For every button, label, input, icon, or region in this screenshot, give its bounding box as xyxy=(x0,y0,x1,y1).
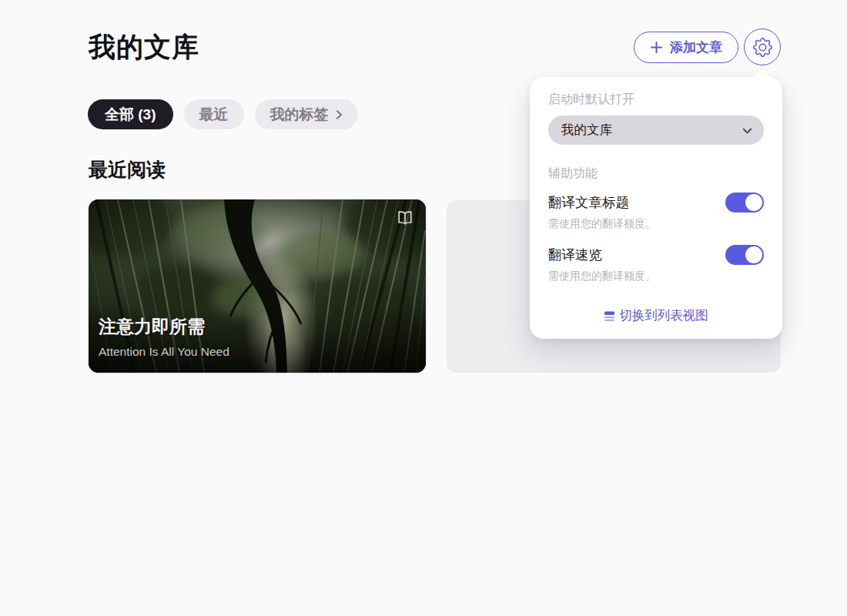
settings-button[interactable] xyxy=(744,28,781,65)
toggle-knob xyxy=(745,194,762,211)
translate-preview-row: 翻译速览 xyxy=(548,245,764,265)
article-title: 注意力即所需 xyxy=(99,315,205,339)
article-subtitle: Attention Is All You Need xyxy=(99,345,229,359)
plus-icon xyxy=(650,41,663,54)
gear-icon xyxy=(753,38,772,57)
open-book-icon xyxy=(396,209,414,230)
default-open-select[interactable]: 我的文库 xyxy=(548,116,764,145)
default-open-label: 启动时默认打开 xyxy=(548,92,764,108)
page-title: 我的文库 xyxy=(89,29,199,65)
library-page: 我的文库 添加文章 全部 (3) 最近 我的标签 最近阅读 xyxy=(0,0,847,616)
switch-to-list-view-label: 切换到列表视图 xyxy=(619,307,708,324)
translate-title-help: 需使用您的翻译额度。 xyxy=(548,217,764,231)
default-open-value: 我的文库 xyxy=(561,122,612,139)
article-card[interactable]: 注意力即所需 Attention Is All You Need xyxy=(89,199,426,373)
chevron-down-icon xyxy=(740,123,755,138)
recently-read-heading: 最近阅读 xyxy=(89,157,166,182)
filter-all-label: 全部 (3) xyxy=(105,105,156,125)
translate-title-toggle[interactable] xyxy=(725,192,764,213)
switch-to-list-view-link[interactable]: 切换到列表视图 xyxy=(548,307,764,324)
add-article-button[interactable]: 添加文章 xyxy=(634,32,738,63)
filter-my-tags-label: 我的标签 xyxy=(270,105,329,125)
popover-arrow xyxy=(754,69,772,87)
translate-title-row: 翻译文章标题 xyxy=(548,192,764,213)
assist-section-label: 辅助功能 xyxy=(548,166,764,182)
filter-pills: 全部 (3) 最近 我的标签 xyxy=(88,99,358,129)
filter-recent[interactable]: 最近 xyxy=(184,99,244,129)
translate-title-label: 翻译文章标题 xyxy=(548,193,629,212)
filter-recent-label: 最近 xyxy=(199,105,229,125)
add-article-label: 添加文章 xyxy=(670,38,722,56)
settings-popover: 启动时默认打开 我的文库 辅助功能 翻译文章标题 需使用您的翻译额度。 翻译速览… xyxy=(530,77,782,339)
translate-preview-toggle[interactable] xyxy=(725,245,764,265)
toggle-knob xyxy=(745,246,762,263)
chevron-right-icon xyxy=(332,108,346,122)
translate-preview-label: 翻译速览 xyxy=(548,246,602,264)
list-view-icon xyxy=(604,310,615,322)
translate-preview-help: 需使用您的翻译额度。 xyxy=(548,270,764,283)
filter-my-tags[interactable]: 我的标签 xyxy=(255,99,358,129)
filter-all[interactable]: 全部 (3) xyxy=(88,99,173,129)
